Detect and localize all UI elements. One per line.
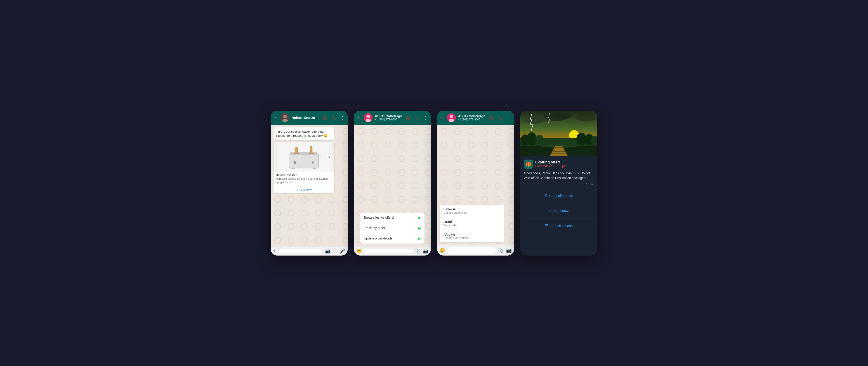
offer-message: Good news, Pablo! Use code CARIBE25 to g…: [524, 171, 594, 180]
svg-point-16: [366, 115, 370, 118]
product-nav-arrow[interactable]: ›: [327, 154, 333, 160]
toaster-image: [274, 142, 334, 172]
quick-reply-item-1[interactable]: Track my order ▶: [360, 223, 425, 233]
svg-point-1: [283, 115, 287, 118]
message-input-3[interactable]: /: [447, 247, 496, 254]
camera-icon-2[interactable]: 📷: [423, 248, 429, 254]
attach-icon-2[interactable]: 📎: [415, 248, 421, 254]
phone-call-icon-2[interactable]: 📞: [414, 115, 420, 120]
video-call-icon-3[interactable]: 🎥: [489, 115, 494, 120]
contact-subtitle-3: +1 (361) 273-9605: [458, 118, 487, 121]
divider-3: [524, 218, 594, 219]
gift-icon: 🎁: [526, 161, 531, 167]
camera-icon-3[interactable]: 📷: [506, 248, 512, 253]
svg-rect-13: [313, 168, 316, 169]
contact-name-1: Robert Bronze: [291, 116, 320, 119]
quick-reply-label-0: Browse festive offers!: [364, 216, 394, 219]
svg-rect-8: [295, 147, 298, 154]
more-options-icon-2[interactable]: ⋮: [424, 115, 428, 120]
phone-screen-1: ← Robert Bronze 🎥 📞 ⋮ This is our specia…: [271, 111, 348, 256]
svg-rect-9: [310, 146, 312, 154]
add-attachment-icon[interactable]: +: [273, 248, 276, 254]
product-desc: Non stick coating for easy cleaning; Sta…: [276, 177, 332, 184]
command-desc-0: Get exclusive offers: [443, 211, 500, 214]
back-button-2[interactable]: ←: [357, 115, 362, 120]
quick-reply-item-0[interactable]: Browse festive offers! ▶: [360, 213, 425, 223]
command-name-0: /Browse: [443, 207, 500, 211]
command-item-2[interactable]: /Update Update order details: [440, 230, 504, 243]
book-now-button[interactable]: ↗ Book now!: [524, 205, 594, 216]
product-card-1: › Deluxe Toaster: Non stick coating for …: [274, 142, 334, 193]
svg-point-10: [293, 161, 296, 164]
buy-now-icon: ↗: [296, 188, 299, 192]
header-info-1: Robert Bronze: [291, 116, 320, 119]
attach-icon-3[interactable]: 📎: [498, 248, 504, 253]
copy-offer-code-button[interactable]: ⧉ Copy offer code: [524, 191, 594, 201]
more-icon-1[interactable]: ⋮: [333, 248, 338, 254]
phone-call-icon-1[interactable]: 📞: [331, 115, 336, 120]
svg-point-27: [554, 112, 572, 119]
command-desc-2: Update order details: [443, 236, 500, 240]
book-icon: ↗: [548, 208, 552, 213]
contact-name-2: ASKO Concierge: [375, 114, 403, 118]
see-all-options-button[interactable]: ☰ See all options: [524, 221, 594, 231]
emoji-icon-3[interactable]: 😊: [439, 248, 445, 253]
offer-image: [520, 111, 597, 156]
offer-time: 10:17 pm: [524, 182, 594, 186]
divider-2: [524, 203, 594, 203]
svg-point-32: [535, 135, 544, 145]
quick-reply-list: Browse festive offers! ▶ Track my order …: [360, 213, 425, 244]
quick-reply-item-2[interactable]: Update order details ▶: [360, 233, 425, 244]
product-image-1: ›: [274, 142, 334, 172]
back-button-3[interactable]: ←: [440, 115, 445, 120]
chat-footer-3: 😊 / 📎 📷: [437, 245, 514, 256]
camera-icon-1[interactable]: 📷: [325, 248, 331, 254]
offer-badge: 🎁 Expiring offer! Ends today at 10:19 pm: [524, 160, 594, 169]
svg-point-19: [450, 115, 453, 118]
chat-footer-2: 😊 📎 📷: [354, 246, 431, 256]
command-name-1: /Track: [443, 220, 500, 224]
landscape-scene: [520, 111, 597, 156]
command-name-2: /Update: [443, 233, 500, 236]
offer-subtitle: Ends today at 10:19 pm: [535, 164, 566, 168]
offer-icon: 🎁: [524, 160, 533, 169]
buy-now-button[interactable]: ↗ Buy Now: [274, 186, 334, 193]
svg-rect-14: [299, 154, 300, 164]
quick-reply-label-2: Update order details: [364, 236, 393, 240]
svg-point-11: [312, 161, 314, 164]
phone-call-icon-3[interactable]: 📞: [498, 115, 503, 120]
chat-header-1: ← Robert Bronze 🎥 📞 ⋮: [271, 111, 348, 125]
chat-header-2: ← ASKO Concierge +1 (361) 273-9605 🎥 📞 ⋮: [354, 111, 431, 125]
command-item-0[interactable]: /Browse Get exclusive offers: [440, 205, 504, 217]
avatar-3: [447, 113, 456, 122]
header-icons-1: 🎥 📞 ⋮: [322, 115, 344, 120]
product-info: Deluxe Toaster: Non stick coating for ea…: [274, 172, 334, 186]
svg-point-28: [576, 113, 596, 121]
quick-reply-arrow-1: ▶: [418, 226, 421, 230]
video-call-icon-2[interactable]: 🎥: [405, 115, 410, 120]
video-call-icon-1[interactable]: 🎥: [322, 115, 327, 120]
command-item-1[interactable]: /Track Track order: [440, 217, 504, 230]
emoji-icon-2[interactable]: 😊: [356, 248, 362, 254]
command-desc-1: Track order: [443, 224, 500, 227]
more-options-icon-3[interactable]: ⋮: [507, 115, 511, 120]
svg-point-31: [527, 132, 537, 146]
slash-input-prefix: /: [451, 249, 452, 252]
more-options-icon-1[interactable]: ⋮: [340, 115, 344, 120]
product-title: Deluxe Toaster:: [276, 173, 332, 177]
back-button-1[interactable]: ←: [274, 115, 278, 120]
quick-reply-arrow-2: ▶: [418, 236, 421, 241]
phone-screen-2: ← ASKO Concierge +1 (361) 273-9605 🎥 📞 ⋮: [354, 111, 431, 256]
message-input-2[interactable]: [364, 249, 413, 253]
chat-footer-1: + 📷 ⋮ 🎤: [271, 246, 348, 256]
avatar-2: [364, 113, 373, 122]
message-bubble-1: This is our special toaster offerings. P…: [274, 128, 334, 141]
contact-name-3: ASKO Concierge: [458, 114, 487, 118]
chat-body-3: /Browse Get exclusive offers /Track Trac…: [437, 125, 514, 245]
mic-icon-1[interactable]: 🎤: [340, 248, 345, 254]
chat-body-2: Browse festive offers! ▶ Track my order …: [354, 125, 431, 246]
phone-screen-3: ← ASKO Concierge +1 (361) 273-9605 🎥 📞 ⋮: [437, 111, 514, 256]
offer-title: Expiring offer!: [535, 160, 566, 164]
copy-icon: ⧉: [545, 193, 548, 198]
message-input-1[interactable]: [278, 249, 323, 253]
